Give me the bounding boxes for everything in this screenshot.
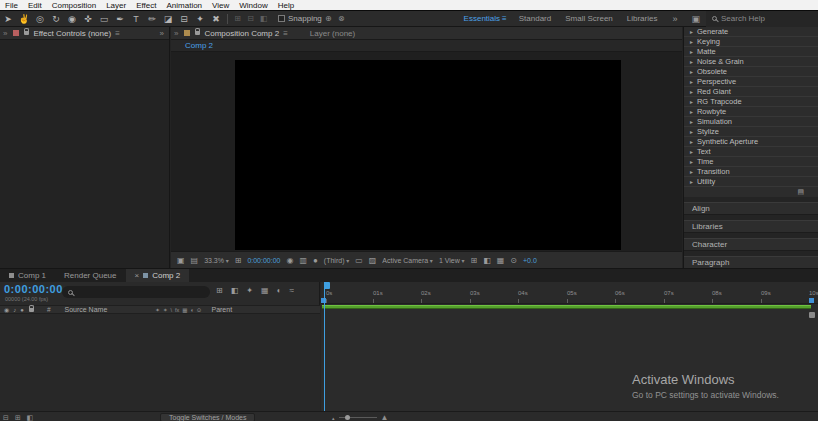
pen-tool-icon[interactable]: ✒ — [112, 11, 128, 27]
type-tool-icon[interactable]: T — [128, 11, 144, 27]
selection-tool-icon[interactable]: ➤ — [0, 11, 16, 27]
layer-tab[interactable]: Layer (none) — [310, 29, 355, 38]
video-eye-icon[interactable]: ◉ — [4, 306, 9, 313]
libraries-panel-header[interactable]: Libraries — [684, 220, 818, 233]
roto-brush-tool-icon[interactable]: ✦ — [192, 11, 208, 27]
quality-icon[interactable]: \ — [171, 307, 173, 313]
shy-icon[interactable]: ✦ — [155, 307, 160, 313]
workspace-essentials[interactable]: Essentials — [464, 14, 500, 23]
workspace-standard[interactable]: Standard — [519, 14, 551, 23]
timeline-tab-render-queue[interactable]: Render Queue — [55, 269, 125, 282]
workspace-overflow-chevron[interactable]: » — [672, 14, 677, 24]
flowchart-icon[interactable]: ⊙ — [510, 256, 517, 265]
show-snapshot-icon[interactable]: ▥ — [299, 256, 307, 265]
panel-menu-icon[interactable]: ≡ — [115, 29, 120, 38]
work-area-bar[interactable] — [322, 305, 811, 309]
time-navigator-end-handle[interactable] — [809, 298, 814, 303]
view-layout-dropdown[interactable]: 1 View — [439, 257, 465, 264]
close-icon[interactable]: × — [135, 271, 140, 280]
current-timecode[interactable]: 0:00:00:00 — [4, 283, 63, 295]
effects-category[interactable]: Keying — [684, 37, 818, 47]
snapping-checkbox[interactable] — [278, 15, 285, 22]
transparency-grid-icon[interactable]: ▨ — [369, 256, 377, 265]
zoom-slider[interactable] — [339, 417, 377, 418]
adjustment-layer-icon[interactable]: ⊙ — [197, 307, 202, 313]
graph-editor-icon[interactable]: ≈ — [289, 286, 293, 295]
composition-canvas[interactable] — [235, 60, 621, 250]
effects-category[interactable]: Simulation — [684, 117, 818, 127]
snapshot-camera-icon[interactable]: ◉ — [286, 256, 293, 265]
workspace-panel-icon[interactable]: ▣ — [691, 14, 700, 24]
timeline-button-icon[interactable]: ▦ — [497, 256, 505, 265]
shape-tool-icon[interactable]: ▭ — [96, 11, 112, 27]
source-name-column[interactable]: Source Name — [65, 306, 108, 313]
collapse-icon[interactable]: ✶ — [163, 307, 168, 313]
menu-item-animation[interactable]: Animation — [161, 0, 207, 11]
zoom-tool-icon[interactable]: ◎ — [32, 11, 48, 27]
effects-fx-icon[interactable]: fx — [175, 307, 179, 313]
workspace-small-screen[interactable]: Small Screen — [565, 14, 613, 23]
solo-icon[interactable]: ● — [20, 307, 24, 313]
menu-item-effect[interactable]: Effect — [131, 0, 161, 11]
character-panel-header[interactable]: Character — [684, 238, 818, 251]
effects-category[interactable]: Matte — [684, 47, 818, 57]
snap-option-icon[interactable]: ⊕ — [322, 14, 335, 23]
composition-header[interactable]: » Composition Comp 2 ≡ Layer (none) — [171, 27, 682, 40]
comp-mini-flowchart-icon[interactable]: ⊞ — [216, 286, 223, 295]
effects-category[interactable]: Rowbyte — [684, 107, 818, 117]
track-lanes[interactable] — [321, 310, 818, 411]
brush-tool-icon[interactable]: ✏ — [144, 11, 160, 27]
zoom-slider-handle[interactable] — [345, 415, 350, 420]
help-search-field[interactable]: Search Help — [706, 11, 818, 27]
lock-icon[interactable] — [24, 31, 29, 35]
align-panel-header[interactable]: Align — [684, 202, 818, 215]
camera-tool-icon[interactable]: ◉ — [64, 11, 80, 27]
effects-category[interactable]: Noise & Grain — [684, 57, 818, 67]
safe-zones-icon[interactable]: ⊞ — [235, 256, 242, 265]
timeline-search-field[interactable] — [62, 286, 210, 298]
puppet-pin-tool-icon[interactable]: ✖ — [208, 11, 224, 27]
eraser-tool-icon[interactable]: ⊟ — [176, 11, 192, 27]
frame-blend-icon[interactable]: ▦ — [182, 307, 187, 313]
motion-blur-switch-icon[interactable]: ◐ — [191, 307, 194, 313]
composition-tab-title[interactable]: Composition Comp 2 — [204, 29, 279, 38]
roi-icon[interactable]: ▭ — [355, 256, 363, 265]
magnification-dropdown[interactable]: 33.3% — [204, 257, 229, 264]
effects-category[interactable]: RG Trapcode — [684, 97, 818, 107]
workspace-libraries[interactable]: Libraries — [627, 14, 658, 23]
menu-item-help[interactable]: Help — [273, 0, 299, 11]
exposure-value[interactable]: +0.0 — [523, 257, 537, 264]
hand-tool-icon[interactable]: ✌ — [16, 11, 32, 27]
workspace-menu-icon[interactable]: ≡ — [502, 14, 507, 23]
comp-timecode[interactable]: 0:00:00:00 — [247, 257, 280, 264]
layer-list-area[interactable] — [0, 314, 320, 411]
rotation-tool-icon[interactable]: ↻ — [48, 11, 64, 27]
menu-item-file[interactable]: File — [0, 0, 23, 11]
paragraph-panel-header[interactable]: Paragraph — [684, 256, 818, 268]
current-time-indicator[interactable] — [324, 282, 325, 411]
parent-column[interactable]: Parent — [211, 306, 232, 313]
resolution-dropdown[interactable]: (Third) — [324, 257, 349, 264]
effects-category[interactable]: Obsolete — [684, 67, 818, 77]
timeline-tab-comp1[interactable]: Comp 1 — [0, 269, 55, 282]
effects-category[interactable]: Red Giant — [684, 87, 818, 97]
toggle-switches-modes-button[interactable]: Toggle Switches / Modes — [160, 413, 255, 421]
motion-blur-icon[interactable]: ◐ — [277, 286, 282, 295]
lock-icon[interactable] — [29, 308, 34, 312]
pixel-aspect-icon[interactable]: ⊞ — [470, 256, 477, 265]
menu-item-view[interactable]: View — [207, 0, 234, 11]
panel-chevron-icon[interactable]: » — [174, 29, 178, 38]
toggle-transfer-controls-icon[interactable]: ⊞ — [15, 412, 21, 421]
menu-item-composition[interactable]: Composition — [47, 0, 101, 11]
draft-3d-icon[interactable]: ◧ — [231, 286, 239, 295]
panel-chevron-icon[interactable]: » — [3, 29, 7, 38]
effects-category[interactable]: Perspective — [684, 77, 818, 87]
time-ruler[interactable]: 0s 01s 02s 03s 04s 05s 06s 07s 08s 09s 1… — [321, 282, 818, 304]
viewer-tab-comp2[interactable]: Comp 2 — [185, 41, 213, 50]
hide-shy-icon[interactable]: ✦ — [246, 286, 253, 295]
audio-icon[interactable]: ♪ — [13, 307, 16, 313]
snap-option-icon[interactable]: ⊗ — [335, 14, 348, 23]
fast-previews-icon[interactable]: ◧ — [483, 256, 491, 265]
comp-bar-icon[interactable]: ▣ — [177, 256, 185, 265]
menu-item-layer[interactable]: Layer — [101, 0, 131, 11]
